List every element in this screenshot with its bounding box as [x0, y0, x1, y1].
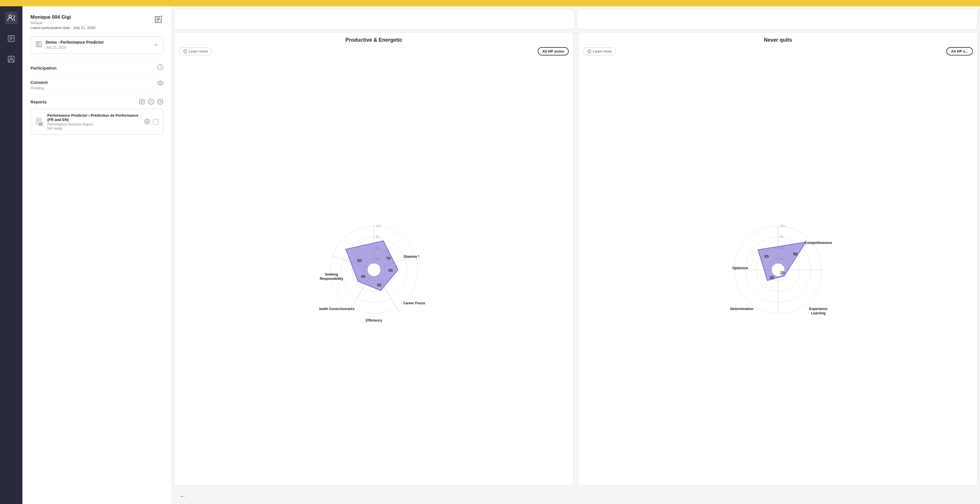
reports-section: Reports	[30, 94, 164, 139]
chart-2-title: Never quits	[583, 37, 973, 43]
user-name: Monique 004 Gigi	[30, 14, 95, 20]
sidebar-icon-contacts[interactable]	[5, 53, 18, 65]
participation-icon[interactable]	[157, 64, 164, 72]
reports-doc-icon[interactable]	[139, 99, 145, 105]
svg-text:Stamina *: Stamina *	[403, 255, 419, 258]
all-hp-score-button-2[interactable]: All HP s...	[947, 47, 973, 56]
info-circle-icon-2	[587, 49, 592, 53]
consent-eye-icon[interactable]	[157, 80, 164, 87]
report-card: Performance Predictor / Prédicteur de Pe…	[30, 109, 164, 135]
reports-plus-icon[interactable]	[157, 99, 164, 105]
svg-text:65: 65	[764, 254, 769, 258]
svg-text:Determination: Determination	[730, 307, 753, 311]
chart-2-controls: Learn more All HP s...	[583, 47, 973, 56]
edit-dot	[160, 15, 163, 18]
reports-label: Reports	[30, 99, 47, 104]
reports-actions	[139, 99, 164, 105]
top-partial-card-2	[577, 9, 978, 29]
svg-point-63	[589, 52, 589, 52]
svg-text:70: 70	[386, 256, 391, 261]
svg-text:Efficiency: Efficiency	[366, 318, 382, 322]
svg-point-31	[146, 121, 148, 122]
report-gear-button[interactable]	[144, 119, 150, 125]
info-circle-icon-1	[183, 49, 187, 53]
bottom-nav: ←	[172, 488, 980, 504]
main-content: Productive & Energetic Learn more All HP…	[172, 6, 980, 504]
svg-text:80: 80	[376, 235, 379, 239]
svg-point-0	[9, 15, 11, 18]
user-header: Monique 004 Gigi Default Latest particip…	[30, 14, 164, 30]
svg-text:Seeking: Seeking	[325, 273, 338, 276]
svg-text:Responsibility: Responsibility	[320, 277, 343, 281]
assessment-date: July 21, 2020	[46, 45, 66, 49]
user-info: Monique 004 Gigi Default Latest particip…	[30, 14, 95, 30]
report-title: Performance Predictor / Prédicteur de Pe…	[48, 113, 141, 122]
svg-text:100: 100	[376, 224, 381, 228]
svg-rect-30	[39, 123, 43, 126]
left-panel: Monique 004 Gigi Default Latest particip…	[22, 6, 172, 504]
svg-text:Experience: Experience	[809, 307, 827, 311]
sidebar-icon-list[interactable]	[5, 32, 18, 45]
svg-text:100: 100	[780, 224, 785, 228]
consent-status: Pending	[30, 86, 48, 90]
svg-text:35: 35	[770, 275, 774, 280]
chart-productive-energetic: Productive & Energetic Learn more All HP…	[174, 32, 574, 486]
user-group: Default	[30, 21, 95, 25]
svg-text:Health Consciousness: Health Consciousness	[320, 307, 355, 311]
svg-point-34	[185, 52, 185, 52]
report-subtitle: Performance Predictor Report	[48, 123, 141, 126]
report-status: Not ready	[48, 126, 141, 131]
top-partial-card-1	[174, 9, 575, 29]
sidebar-icon-users[interactable]	[5, 11, 18, 24]
chart-1-radar: 40 60 80 100	[179, 59, 569, 481]
svg-point-16	[159, 82, 161, 84]
svg-text:Career Focus: Career Focus	[403, 301, 425, 305]
svg-text:80: 80	[357, 258, 362, 263]
learn-more-button-1[interactable]: Learn more	[179, 48, 212, 55]
svg-rect-11	[36, 41, 41, 47]
reports-minus-icon[interactable]	[148, 99, 154, 105]
participation-section: Participation	[30, 60, 164, 76]
assessment-icon	[35, 41, 42, 49]
svg-text:20: 20	[780, 270, 785, 275]
edit-button[interactable]	[153, 14, 164, 26]
participation-date: Latest participation date : July 21, 202…	[30, 26, 95, 30]
svg-text:Learning: Learning	[811, 311, 826, 315]
top-partial-row	[172, 6, 980, 29]
svg-text:45: 45	[361, 274, 365, 279]
svg-text:55: 55	[388, 268, 393, 273]
chart-1-title: Productive & Energetic	[179, 37, 569, 43]
chart-never-quits: Never quits Learn more All HP s...	[578, 32, 978, 486]
participation-label: Participation	[30, 65, 57, 70]
svg-text:50: 50	[377, 283, 382, 287]
radar-chart-2: 40 60 80 100	[724, 215, 833, 324]
top-bar	[0, 0, 980, 6]
report-thumbnail-icon	[35, 116, 44, 127]
charts-row: Productive & Energetic Learn more All HP…	[172, 29, 980, 488]
consent-label: Consent	[30, 80, 48, 85]
svg-point-49	[368, 263, 380, 276]
svg-text:Optimism: Optimism	[732, 266, 748, 270]
assessment-title: Demo - Performance Predictor	[46, 40, 104, 45]
chevron-down-icon	[153, 42, 159, 48]
svg-text:90: 90	[793, 252, 798, 256]
learn-more-button-2[interactable]: Learn more	[583, 48, 616, 55]
report-checkbox[interactable]	[153, 119, 159, 125]
svg-text:80: 80	[780, 235, 783, 239]
sidebar	[0, 6, 22, 504]
svg-text:Competitiveness: Competitiveness	[804, 241, 832, 245]
chart-2-radar: 40 60 80 100	[583, 59, 973, 481]
consent-section: Consent Pending	[30, 76, 164, 94]
radar-chart-1: 40 60 80 100	[320, 215, 428, 324]
assessment-dropdown[interactable]: Demo - Performance Predictor July 21, 20…	[30, 36, 164, 53]
back-arrow-button[interactable]: ←	[180, 493, 186, 500]
all-hp-score-button-1[interactable]: All HP score	[538, 47, 569, 56]
chart-1-controls: Learn more All HP score	[179, 47, 569, 56]
